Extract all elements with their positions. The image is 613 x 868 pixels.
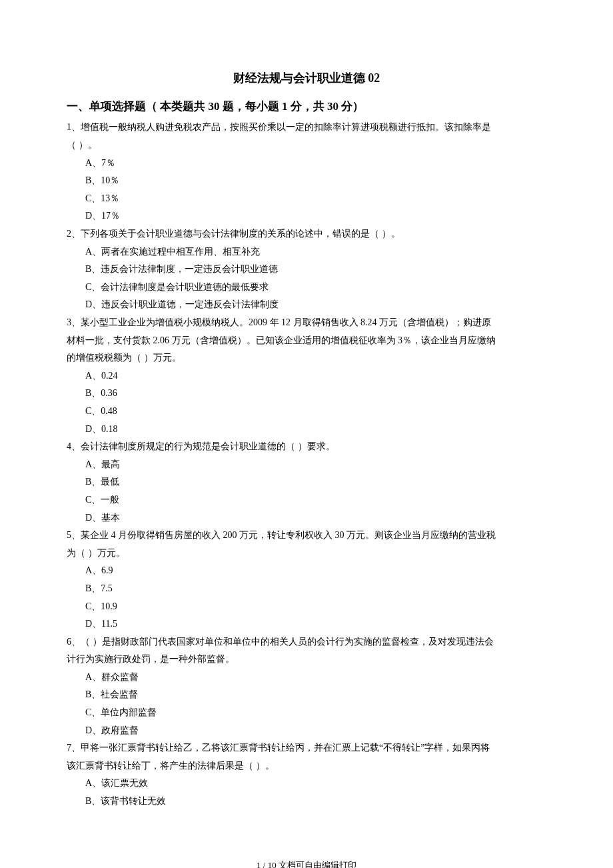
option-c: C、13％ (85, 190, 546, 208)
option-b: B、该背书转让无效 (85, 793, 546, 811)
question-1: 1、增值税一般纳税人购进免税农产品，按照买价乘以一定的扣除率计算进项税额进行抵扣… (67, 119, 546, 225)
option-a: A、群众监督 (85, 669, 546, 687)
section-heading: 一、单项选择题（ 本类题共 30 题，每小题 1 分，共 30 分） (67, 96, 546, 117)
question-3: 3、某小型工业企业为增值税小规模纳税人。2009 年 12 月取得销售收入 8.… (67, 314, 546, 438)
question-stem: 1、增值税一般纳税人购进免税农产品，按照买价乘以一定的扣除率计算进项税额进行抵扣… (67, 119, 546, 137)
question-stem: 5、某企业 4 月份取得销售房屋的收入 200 万元，转让专利权收入 30 万元… (67, 527, 546, 545)
option-b: B、10％ (85, 172, 546, 190)
question-stem: 6、（ ）是指财政部门代表国家对单位和单位中的相关人员的会计行为实施的监督检查，… (67, 633, 546, 651)
option-c: C、10.9 (85, 598, 546, 616)
question-4: 4、会计法律制度所规定的行为规范是会计职业道德的（ ）要求。 A、最高 B、最低… (67, 438, 546, 527)
option-c: C、会计法律制度是会计职业道德的最低要求 (85, 279, 546, 297)
question-stem: 的增值税税额为（ ）万元。 (67, 349, 546, 367)
option-d: D、11.5 (85, 615, 546, 633)
question-5: 5、某企业 4 月份取得销售房屋的收入 200 万元，转让专利权收入 30 万元… (67, 527, 546, 633)
question-stem: 为（ ）万元。 (67, 545, 546, 563)
question-stem: （ ）。 (67, 137, 546, 155)
option-b: B、0.36 (85, 385, 546, 403)
option-b: B、违反会计法律制度，一定违反会计职业道德 (85, 261, 546, 279)
option-c: C、单位内部监督 (85, 704, 546, 722)
option-c: C、一般 (85, 491, 546, 509)
option-b: B、社会监督 (85, 686, 546, 704)
option-d: D、0.18 (85, 421, 546, 439)
question-stem: 4、会计法律制度所规定的行为规范是会计职业道德的（ ）要求。 (67, 438, 546, 456)
question-stem: 3、某小型工业企业为增值税小规模纳税人。2009 年 12 月取得销售收入 8.… (67, 314, 546, 332)
option-c: C、0.48 (85, 403, 546, 421)
option-a: A、7％ (85, 155, 546, 173)
option-d: D、基本 (85, 509, 546, 527)
question-2: 2、下列各项关于会计职业道德与会计法律制度的关系的论述中，错误的是（ ）。 A、… (67, 225, 546, 314)
option-d: D、违反会计职业道德，一定违反会计法律制度 (85, 296, 546, 314)
option-a: A、最高 (85, 456, 546, 474)
page-footer: 1 / 10 文档可自由编辑打印 (67, 857, 546, 868)
option-d: D、17％ (85, 207, 546, 225)
option-b: B、7.5 (85, 580, 546, 598)
option-a: A、该汇票无效 (85, 775, 546, 793)
option-a: A、6.9 (85, 562, 546, 580)
option-a: A、两者在实施过程中相互作用、相互补充 (85, 243, 546, 261)
question-stem: 2、下列各项关于会计职业道德与会计法律制度的关系的论述中，错误的是（ ）。 (67, 225, 546, 243)
question-stem: 该汇票背书转让给丁，将产生的法律后果是（ ）。 (67, 757, 546, 775)
question-stem: 材料一批，支付货款 2.06 万元（含增值税）。已知该企业适用的增值税征收率为 … (67, 332, 546, 350)
question-7: 7、甲将一张汇票背书转让给乙，乙将该汇票背书转让给丙，并在汇票上记载“不得转让”… (67, 739, 546, 810)
question-stem: 计行为实施行政处罚，是一种外部监督。 (67, 651, 546, 669)
question-stem: 7、甲将一张汇票背书转让给乙，乙将该汇票背书转让给丙，并在汇票上记载“不得转让”… (67, 739, 546, 757)
option-b: B、最低 (85, 473, 546, 491)
page-title: 财经法规与会计职业道德 02 (67, 67, 546, 89)
question-6: 6、（ ）是指财政部门代表国家对单位和单位中的相关人员的会计行为实施的监督检查，… (67, 633, 546, 740)
option-a: A、0.24 (85, 367, 546, 385)
option-d: D、政府监督 (85, 722, 546, 740)
